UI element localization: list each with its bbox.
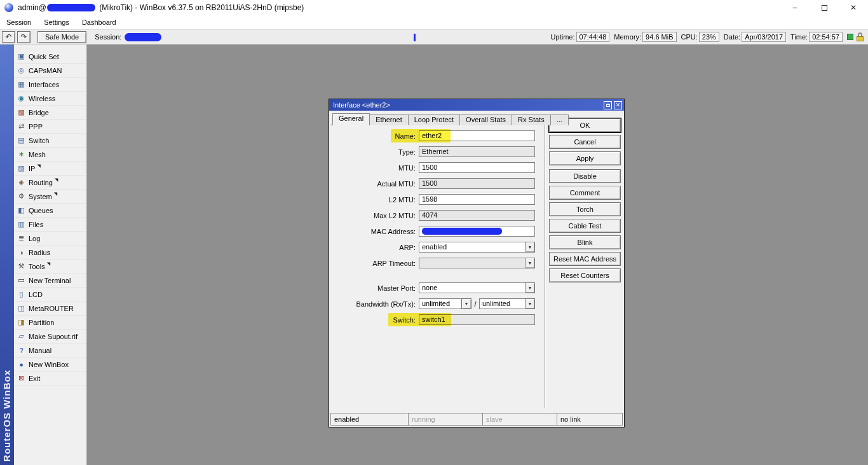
dialog-button[interactable]: Apply <box>549 151 621 165</box>
sidebar-item-icon: ◈ <box>17 178 26 186</box>
dialog-button[interactable]: Comment <box>549 186 621 200</box>
interface-dialog: Interface <ether2> ✕ General Ethernet Lo… <box>329 99 625 427</box>
dropdown-arrow-icon[interactable]: ▼ <box>525 298 535 309</box>
sidebar-item[interactable]: ⚒ Tools ◥ <box>14 260 86 274</box>
dialog-titlebar[interactable]: Interface <ether2> ✕ <box>329 99 624 111</box>
status-cell: no link <box>557 413 623 426</box>
sidebar-item-icon: ◎ <box>17 66 26 74</box>
sidebar-item[interactable]: ● New WinBox ◥ <box>14 357 86 371</box>
sidebar-item[interactable]: ≣ Log ◥ <box>14 232 86 246</box>
sidebar-item-label: Radius <box>29 249 50 256</box>
dropdown-arrow-icon[interactable]: ▼ <box>525 258 535 268</box>
arp-select[interactable]: enabled ▼ <box>419 242 535 253</box>
master-port-value[interactable]: none <box>419 282 525 293</box>
dropdown-arrow-icon[interactable]: ▼ <box>525 282 535 293</box>
sidebar-item[interactable]: ◈ Routing ◥ <box>14 176 86 190</box>
stat-label: Memory: <box>614 33 641 41</box>
window-title-prefix: admin@ <box>18 3 46 12</box>
master-port-select[interactable]: none ▼ <box>419 282 535 293</box>
sidebar-item[interactable]: ▦ Interfaces ◥ <box>14 78 86 92</box>
field-row: ARP Timeout: ▼ <box>329 258 543 268</box>
sidebar-item[interactable]: ⚙ System ◥ <box>14 190 86 204</box>
sidebar-item[interactable]: ▯ LCD ◥ <box>14 288 86 302</box>
sidebar-item-label: IP <box>29 165 35 172</box>
bandwidth-rx-value[interactable]: unlimited <box>419 298 461 309</box>
sidebar-item[interactable]: ∗ Mesh ◥ <box>14 148 86 162</box>
dialog-close-button[interactable]: ✕ <box>614 101 622 109</box>
arp-timeout-value[interactable] <box>419 258 525 268</box>
sidebar-item[interactable]: ▱ Make Supout.rif ◥ <box>14 330 86 344</box>
submenu-arrow-icon: ◥ <box>37 163 40 169</box>
sidebar-item[interactable]: ▭ New Terminal ◥ <box>14 274 86 288</box>
dialog-button[interactable]: Cable Test <box>549 219 621 233</box>
sidebar-item[interactable]: ◎ CAPsMAN ◥ <box>14 64 86 78</box>
sidebar-item[interactable]: ◫ MetaROUTER ◥ <box>14 302 86 316</box>
sidebar-item[interactable]: ⊠ Exit ◥ <box>14 371 86 385</box>
sidebar-item-icon: ⚙ <box>17 192 26 200</box>
field-row: L2 MTU: 1598 <box>329 194 543 205</box>
field-row: Bandwidth (Rx/Tx): unlimited ▼ / unlimit… <box>329 298 543 309</box>
dropdown-arrow-icon[interactable]: ▼ <box>461 298 471 309</box>
dialog-title: Interface <ether2> <box>333 101 602 109</box>
menu-item[interactable]: Session <box>5 17 32 27</box>
sidebar-item-label: Bridge <box>29 109 49 116</box>
field-row: MAC Address: <box>329 226 543 237</box>
sidebar-item[interactable]: ◧ Queues ◥ <box>14 204 86 218</box>
dialog-button[interactable]: Reset MAC Address <box>549 252 621 266</box>
bandwidth-controls: unlimited ▼ / unlimited ▼ <box>419 298 535 309</box>
switch-field: switch1 <box>419 314 535 325</box>
tab[interactable]: Overall Stats <box>459 115 512 125</box>
sidebar-item[interactable]: ? Manual ◥ <box>14 344 86 357</box>
arp-timeout-select[interactable]: ▼ <box>419 258 535 268</box>
sidebar-item[interactable]: ▥ Files ◥ <box>14 218 86 232</box>
field-row: Switch: switch1 <box>329 314 543 325</box>
sidebar-item[interactable]: ▣ Quick Set ◥ <box>14 50 86 64</box>
sidebar-item-label: New Terminal <box>29 277 71 284</box>
minimize-button[interactable]: – <box>780 0 810 15</box>
sidebar-item-label: Quick Set <box>29 53 59 60</box>
dialog-tabs: General Ethernet Loop Protect Overall St… <box>332 113 568 125</box>
tab[interactable]: Rx Stats <box>512 115 551 125</box>
sidebar-item[interactable]: ⇄ PPP ◥ <box>14 120 86 134</box>
menubar: Session Settings Dashboard <box>0 15 868 29</box>
brand-text: RouterOS WinBox <box>1 370 12 462</box>
dialog-button[interactable]: Torch <box>549 202 621 216</box>
dropdown-arrow-icon[interactable]: ▼ <box>525 242 535 253</box>
dialog-button[interactable]: Blink <box>549 235 621 249</box>
dialog-button[interactable]: Reset Counters <box>549 268 621 282</box>
sidebar-item[interactable]: ◑ Radius ◥ <box>14 246 86 260</box>
menu-item[interactable]: Settings <box>43 17 71 27</box>
sidebar-item[interactable]: ▤ Switch ◥ <box>14 134 86 148</box>
sidebar-item-icon: ⇄ <box>17 122 26 130</box>
sidebar-item-label: Switch <box>29 137 49 144</box>
sidebar-item-label: Tools <box>29 263 45 270</box>
name-input[interactable]: ether2 <box>419 130 535 141</box>
arp-value[interactable]: enabled <box>419 242 525 253</box>
redo-button[interactable]: ↷ <box>17 31 31 43</box>
maximize-button[interactable] <box>810 0 839 15</box>
l2mtu-input[interactable]: 1598 <box>419 194 535 205</box>
submenu-arrow-icon: ◥ <box>54 191 57 197</box>
sidebar-item[interactable]: ▧ IP ◥ <box>14 162 86 176</box>
brand-strip: RouterOS WinBox <box>0 45 14 465</box>
tab[interactable]: General <box>332 113 370 125</box>
bandwidth-rx-select[interactable]: unlimited ▼ <box>419 298 471 309</box>
safe-mode-button[interactable]: Safe Mode <box>37 31 86 43</box>
undo-button[interactable]: ↶ <box>2 31 15 43</box>
tab[interactable]: ... <box>550 115 569 125</box>
bandwidth-tx-value[interactable]: unlimited <box>479 298 525 309</box>
sidebar-item[interactable]: ▩ Bridge ◥ <box>14 106 86 120</box>
mac-address-input[interactable] <box>419 226 535 237</box>
sidebar-item[interactable]: ◨ Partition ◥ <box>14 316 86 330</box>
dialog-button[interactable]: Cancel <box>549 135 621 149</box>
close-button[interactable]: ✕ <box>839 0 868 15</box>
bandwidth-tx-select[interactable]: unlimited ▼ <box>479 298 535 309</box>
dialog-button[interactable]: Disable <box>549 169 621 183</box>
mtu-input[interactable]: 1500 <box>419 162 535 173</box>
field-label: ARP Timeout: <box>329 260 419 267</box>
tab[interactable]: Ethernet <box>369 115 409 125</box>
tab[interactable]: Loop Protect <box>408 115 460 125</box>
sidebar-item[interactable]: ◉ Wireless ◥ <box>14 92 86 106</box>
menu-item[interactable]: Dashboard <box>81 17 118 27</box>
detach-button[interactable] <box>604 101 612 109</box>
